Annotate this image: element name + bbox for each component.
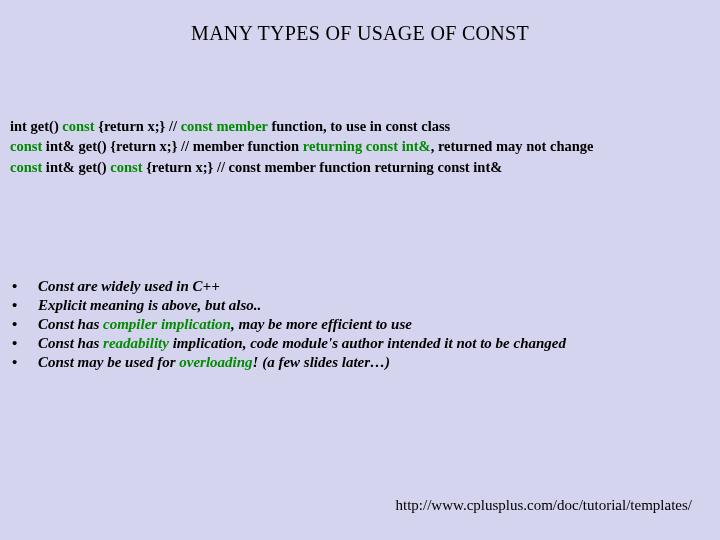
bullet-marker: • [12, 354, 38, 371]
bullet-text: Const are widely used in C++ [38, 278, 220, 295]
bullet-text: Const may be used for overloading! (a fe… [38, 354, 390, 371]
footer-url: http://www.cplusplus.com/doc/tutorial/te… [396, 497, 692, 514]
code-line-1: int get() const {return x;} // const mem… [10, 116, 594, 136]
bullet-list: • Const are widely used in C++ • Explici… [12, 278, 566, 373]
list-item: • Const may be used for overloading! (a … [12, 354, 566, 371]
code-text: , returned may not change [431, 138, 594, 154]
code-line-3: const int& get() const {return x;} // co… [10, 157, 594, 177]
code-keyword: const [10, 159, 42, 175]
code-keyword: returning const int& [303, 138, 431, 154]
emph: compiler implication [103, 316, 231, 332]
code-line-2: const int& get() {return x;} // member f… [10, 136, 594, 156]
bullet-marker: • [12, 316, 38, 333]
code-text: int get() [10, 118, 62, 134]
bullet-text: Const has compiler implication, may be m… [38, 316, 412, 333]
code-text: int& get() [42, 159, 110, 175]
emph: readability [103, 335, 169, 351]
slide-title: MANY TYPES OF USAGE OF CONST [0, 0, 720, 45]
code-text: int& get() {return x;} // member functio… [42, 138, 303, 154]
code-text: {return x;} // const member function ret… [143, 159, 503, 175]
code-keyword: const [62, 118, 94, 134]
list-item: • Const are widely used in C++ [12, 278, 566, 295]
slide: MANY TYPES OF USAGE OF CONST int get() c… [0, 0, 720, 540]
emph: overloading [179, 354, 252, 370]
bullet-marker: • [12, 335, 38, 352]
list-item: • Const has compiler implication, may be… [12, 316, 566, 333]
code-keyword: const member [181, 118, 268, 134]
code-text: {return x;} // [95, 118, 181, 134]
list-item: • Explicit meaning is above, but also.. [12, 297, 566, 314]
bullet-marker: • [12, 278, 38, 295]
code-text: function, to use in const class [268, 118, 450, 134]
code-block: int get() const {return x;} // const mem… [10, 116, 594, 177]
list-item: • Const has readability implication, cod… [12, 335, 566, 352]
bullet-text: Explicit meaning is above, but also.. [38, 297, 261, 314]
bullet-text: Const has readability implication, code … [38, 335, 566, 352]
bullet-marker: • [12, 297, 38, 314]
code-keyword: const [110, 159, 142, 175]
code-keyword: const [10, 138, 42, 154]
